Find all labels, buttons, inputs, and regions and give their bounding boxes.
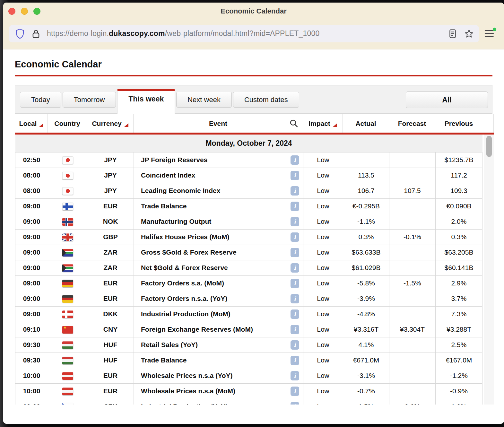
reader-mode-icon[interactable] [449, 29, 456, 39]
impact-level: Low [303, 322, 343, 337]
events-table: Monday, October 7, 2024 02:50JPYJP Forei… [15, 135, 482, 405]
url-prefix: https://demo-login. [47, 29, 109, 38]
info-icon[interactable]: i [291, 309, 299, 319]
event-name-cell: Leading Economic Indexi [134, 183, 303, 198]
search-icon[interactable] [289, 119, 298, 129]
browser-window: Economic Calendar https://demo-login.duk… [3, 3, 504, 424]
info-icon[interactable]: i [291, 217, 299, 226]
previous-value: 3.7% [436, 291, 482, 306]
event-row: 08:00JPYCoincident IndexiLow113.5117.2 [15, 168, 482, 183]
currency-code: HUF [87, 337, 134, 353]
column-header-country[interactable]: Country [48, 114, 87, 133]
previous-value: €0.090B [436, 198, 482, 214]
info-icon[interactable]: i [291, 248, 299, 257]
page-title: Economic Calendar [15, 59, 504, 70]
country-cell [48, 214, 87, 229]
tab-custom-dates[interactable]: Custom dates [233, 92, 299, 108]
country-cell [48, 291, 87, 306]
info-icon[interactable]: i [291, 371, 299, 380]
app-menu-button[interactable] [479, 25, 500, 42]
event-name: Coincident Index [141, 171, 195, 179]
actual-value: -3.1% [343, 368, 389, 383]
info-icon[interactable]: i [291, 232, 299, 242]
actual-value: 1.5% [343, 399, 389, 405]
country-cell [48, 368, 87, 383]
tab-this-week[interactable]: This week [117, 89, 175, 114]
lock-icon[interactable] [32, 29, 40, 39]
bookmark-star-icon[interactable] [464, 29, 474, 39]
actual-value: 113.5 [343, 168, 389, 183]
event-time: 09:00 [15, 291, 48, 306]
info-icon[interactable]: i [291, 356, 299, 365]
event-time: 09:10 [15, 322, 48, 337]
column-header-previous[interactable]: Previous [435, 114, 482, 133]
info-icon[interactable]: i [291, 279, 299, 288]
event-time: 09:30 [15, 353, 48, 368]
actual-value: 106.7 [343, 183, 389, 198]
event-time: 10:00 [15, 399, 48, 405]
forecast-value: 107.5 [389, 183, 436, 198]
scrollbar-thumb[interactable] [486, 136, 492, 157]
actual-value: 4.1% [343, 337, 389, 353]
table-scrollbar[interactable] [484, 135, 494, 405]
event-name-cell: Retail Sales (YoY)i [134, 337, 303, 353]
info-icon[interactable]: i [291, 340, 299, 350]
info-icon[interactable]: i [291, 155, 299, 165]
currency-code: EUR [87, 368, 134, 383]
info-icon[interactable]: i [291, 402, 299, 405]
actual-value: €671.0M [343, 353, 389, 368]
all-button[interactable]: All [406, 92, 488, 108]
event-time: 09:30 [15, 337, 48, 353]
info-icon[interactable]: i [291, 202, 299, 211]
info-icon[interactable]: i [291, 387, 299, 396]
menu-bar-line [485, 30, 494, 31]
url-text[interactable]: https://demo-login.dukascopy.com/web-pla… [47, 29, 319, 38]
event-row: 09:00EURFactory Orders s.a. (MoM)iLow-5.… [15, 275, 482, 291]
info-icon[interactable]: i [291, 294, 299, 303]
actual-value: €-0.295B [343, 198, 389, 214]
shield-icon[interactable] [15, 29, 24, 39]
impact-level: Low [303, 152, 343, 168]
info-icon[interactable]: i [291, 171, 299, 180]
column-header-currency[interactable]: Currency [87, 114, 134, 133]
column-header-forecast[interactable]: Forecast [389, 114, 435, 133]
denmark-flag-icon [62, 310, 73, 318]
column-header-event[interactable]: Event [134, 114, 303, 133]
previous-value: -0.9% [436, 383, 482, 399]
actual-value: -3.9% [343, 291, 389, 306]
column-header-impact[interactable]: Impact [303, 114, 343, 133]
tab-today[interactable]: Today [20, 92, 61, 108]
previous-value: 0.3% [436, 229, 482, 245]
event-name-cell: Halifax House Prices (MoM)i [134, 229, 303, 245]
impact-level: Low [303, 306, 343, 322]
country-cell [48, 353, 87, 368]
event-name-cell: Manufacturing Outputi [134, 214, 303, 229]
event-name-cell: Gross $Gold & Forex Reservei [134, 245, 303, 260]
impact-level: Low [303, 399, 343, 405]
event-time: 09:00 [15, 198, 48, 214]
forecast-value [389, 353, 436, 368]
previous-value: 2.0% [436, 214, 482, 229]
url-bar[interactable]: https://demo-login.dukascopy.com/web-pla… [9, 25, 479, 42]
event-time: 09:00 [15, 214, 48, 229]
column-header-actual[interactable]: Actual [343, 114, 389, 133]
forecast-value [389, 214, 436, 229]
tab-tomorrow[interactable]: Tomorrow [63, 92, 116, 108]
window-titlebar: Economic Calendar [3, 3, 504, 20]
previous-value: 2.9% [436, 275, 482, 291]
event-name: Wholesale Prices n.s.a (YoY) [141, 372, 233, 379]
previous-value: ¥3.288T [436, 322, 482, 337]
tab-next-week[interactable]: Next week [176, 92, 232, 108]
event-row: 09:30HUFRetail Sales (YoY)iLow4.1%2.5% [15, 337, 482, 353]
south-africa-flag-icon [62, 249, 73, 257]
currency-code: JPY [87, 183, 134, 198]
event-name: Foreign Exchange Reserves (MoM) [141, 326, 253, 333]
info-icon[interactable]: i [291, 263, 299, 273]
event-time: 08:00 [15, 168, 48, 183]
event-row: 09:00ZARNet $Gold & Forex ReserveiLow$61… [15, 260, 482, 275]
info-icon[interactable]: i [291, 186, 299, 196]
forecast-value [389, 245, 436, 260]
column-header-local[interactable]: Local [15, 114, 48, 133]
info-icon[interactable]: i [291, 325, 299, 334]
event-name: Halifax House Prices (MoM) [141, 233, 229, 241]
